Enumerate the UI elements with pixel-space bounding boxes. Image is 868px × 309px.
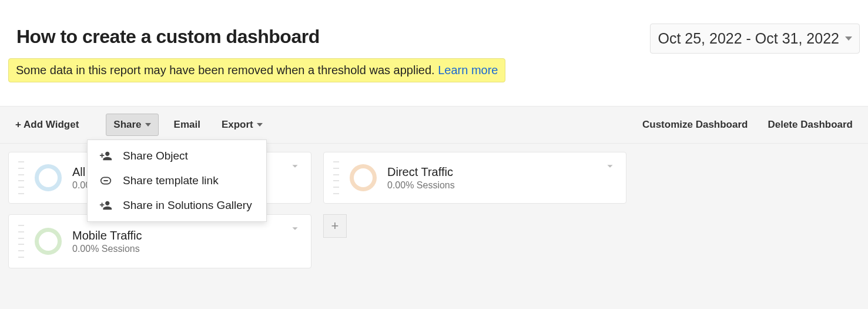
date-range-text: Oct 25, 2022 - Oct 31, 2022 — [658, 30, 839, 47]
chevron-down-icon — [845, 36, 852, 41]
export-button[interactable]: Export — [215, 114, 270, 135]
date-range-selector[interactable]: Oct 25, 2022 - Oct 31, 2022 — [650, 24, 860, 54]
share-solutions-gallery-item[interactable]: Share in Solutions Gallery — [88, 193, 266, 218]
widget-menu-button[interactable] — [289, 160, 301, 175]
share-template-link-label: Share template link — [123, 174, 219, 187]
share-template-link-item[interactable]: Share template link — [88, 168, 266, 193]
widget-menu-button[interactable] — [289, 222, 301, 238]
share-button[interactable]: Share — [106, 114, 158, 136]
ring-chart-icon — [35, 164, 62, 191]
add-widget-button[interactable]: + Add Widget — [8, 114, 86, 135]
widget-card[interactable]: Direct Traffic 0.00% Sessions — [323, 152, 626, 204]
dashboard-toolbar: + Add Widget Share Email Export Customiz… — [0, 107, 868, 143]
widget-subtitle: 0.00% Sessions — [72, 244, 142, 254]
drag-handle-icon[interactable] — [333, 161, 339, 194]
learn-more-link[interactable]: Learn more — [438, 64, 498, 77]
widget-title: Direct Traffic — [387, 165, 455, 179]
link-icon — [99, 174, 112, 187]
customize-dashboard-link[interactable]: Customize Dashboard — [635, 114, 755, 135]
widget-menu-button[interactable] — [604, 160, 616, 175]
person-add-icon — [99, 199, 112, 212]
export-button-label: Export — [222, 119, 253, 131]
share-button-label: Share — [113, 119, 141, 131]
delete-dashboard-link[interactable]: Delete Dashboard — [760, 114, 860, 135]
share-solutions-gallery-label: Share in Solutions Gallery — [123, 199, 252, 212]
widget-subtitle: 0.00% Sessions — [387, 180, 455, 191]
share-object-item[interactable]: Share Object — [88, 144, 266, 168]
widget-title: Mobile Traffic — [72, 229, 142, 242]
chevron-down-icon — [257, 123, 263, 127]
notice-text: Some data in this report may have been r… — [16, 64, 438, 77]
email-button[interactable]: Email — [167, 114, 207, 135]
widget-card[interactable]: Mobile Traffic 0.00% Sessions — [8, 214, 311, 268]
add-widget-tile[interactable]: + — [323, 214, 347, 238]
drag-handle-icon[interactable] — [18, 161, 24, 194]
page-title: How to create a custom dashboard — [16, 26, 320, 48]
drag-handle-icon[interactable] — [18, 225, 24, 258]
ring-chart-icon — [35, 228, 62, 255]
threshold-notice: Some data in this report may have been r… — [8, 58, 505, 82]
person-add-icon — [99, 149, 112, 162]
ring-chart-icon — [350, 164, 377, 191]
share-object-label: Share Object — [123, 149, 188, 162]
share-dropdown: Share Object Share template link Share i… — [87, 139, 267, 222]
chevron-down-icon — [145, 123, 151, 127]
